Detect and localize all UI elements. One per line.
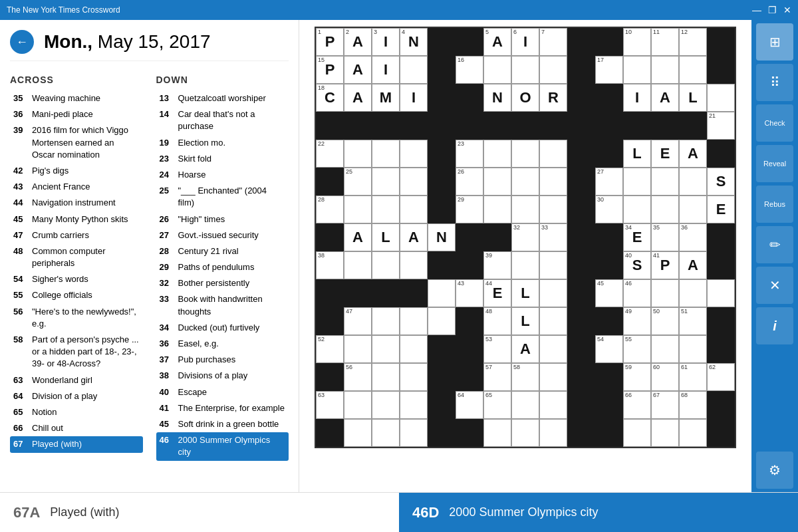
grid-cell[interactable] xyxy=(372,168,400,196)
grid-cell[interactable] xyxy=(372,112,400,140)
grid-cell[interactable] xyxy=(567,84,595,112)
grid-cell[interactable]: 57 xyxy=(483,363,511,391)
grid-cell[interactable]: 67 xyxy=(651,391,679,419)
grid-cell[interactable] xyxy=(595,307,623,335)
grid-cell[interactable]: 16 xyxy=(456,56,483,84)
grid-cell[interactable]: A xyxy=(344,84,372,112)
grid-cell[interactable]: 21 xyxy=(707,112,735,140)
across-clue-36[interactable]: 36Mani-pedi place xyxy=(10,106,143,122)
grid-cell[interactable] xyxy=(623,56,651,84)
grid-cell[interactable] xyxy=(511,391,539,419)
grid-cell[interactable]: E xyxy=(707,196,735,223)
grid-cell[interactable]: 3I xyxy=(372,28,400,56)
grid-cell[interactable] xyxy=(483,140,511,168)
down-clue-45[interactable]: 45Soft drink in a green bottle xyxy=(156,416,289,432)
grid-cell[interactable]: A xyxy=(651,84,679,112)
grid-cell[interactable] xyxy=(316,363,344,391)
grid-cell[interactable] xyxy=(595,223,623,251)
back-button[interactable]: ← xyxy=(10,30,34,54)
grid-cell[interactable] xyxy=(651,335,679,363)
grid-cell[interactable] xyxy=(707,419,735,447)
grid-cell[interactable] xyxy=(623,419,651,447)
crossword-grid[interactable]: 1P2A3I4N5A6I710111215PAI161718CAMINORIAL… xyxy=(315,27,736,448)
grid-cell[interactable] xyxy=(344,391,372,419)
grid-cell[interactable] xyxy=(679,279,707,307)
grid-cell[interactable]: 60 xyxy=(651,363,679,391)
restore-btn[interactable]: ❐ xyxy=(768,5,777,15)
across-clue-67[interactable]: 67Played (with) xyxy=(10,436,143,452)
grid-cell[interactable] xyxy=(428,279,456,307)
grid-cell[interactable] xyxy=(400,168,428,196)
grid-cell[interactable]: 62 xyxy=(707,363,735,391)
grid-cell[interactable] xyxy=(679,419,707,447)
across-clue-55[interactable]: 55College officials xyxy=(10,287,143,303)
grid-cell[interactable]: A xyxy=(344,223,372,251)
grid-cell[interactable]: I xyxy=(372,56,400,84)
grid-cell[interactable] xyxy=(400,112,428,140)
across-clue-65[interactable]: 65Notion xyxy=(10,404,143,420)
grid-cell[interactable] xyxy=(456,112,483,140)
grid-cell[interactable] xyxy=(456,84,483,112)
grid-cell[interactable] xyxy=(428,307,456,335)
grid-cell[interactable]: 18C xyxy=(316,84,344,112)
down-clue-46[interactable]: 462000 Summer Olympics city xyxy=(156,432,289,460)
grid-cell[interactable]: A xyxy=(679,251,707,279)
grid-cell[interactable]: 34E xyxy=(623,223,651,251)
grid-cell[interactable] xyxy=(456,419,483,447)
grid-cell[interactable] xyxy=(567,307,595,335)
grid-cell[interactable] xyxy=(316,419,344,447)
across-clue-48[interactable]: 48Common computer peripherals xyxy=(10,243,143,271)
grid-cell[interactable] xyxy=(400,419,428,447)
pencil-button[interactable]: ✏ xyxy=(756,226,793,263)
grid-cell[interactable] xyxy=(539,363,567,391)
grid-cell[interactable]: 45 xyxy=(595,279,623,307)
grid-cell[interactable]: 35 xyxy=(651,223,679,251)
grid-cell[interactable] xyxy=(483,112,511,140)
grid-cell[interactable] xyxy=(707,251,735,279)
grid-cell[interactable] xyxy=(400,307,428,335)
grid-cell[interactable] xyxy=(344,251,372,279)
grid-cell[interactable]: 65 xyxy=(483,391,511,419)
across-clue-58[interactable]: 58Part of a person's psyche ... or a hid… xyxy=(10,332,143,372)
grid-cell[interactable] xyxy=(567,279,595,307)
grid-cell[interactable]: 68 xyxy=(679,391,707,419)
grid-cell[interactable]: 44E xyxy=(483,279,511,307)
grid-cell[interactable] xyxy=(344,279,372,307)
grid-cell[interactable] xyxy=(679,112,707,140)
grid-cell[interactable] xyxy=(539,279,567,307)
grid-cell[interactable]: 64 xyxy=(456,391,483,419)
grid-cell[interactable] xyxy=(567,196,595,223)
grid-cell[interactable] xyxy=(595,391,623,419)
grid-cell[interactable]: 12 xyxy=(679,28,707,56)
grid-cell[interactable] xyxy=(316,168,344,196)
grid-cell[interactable] xyxy=(539,140,567,168)
grid-cell[interactable] xyxy=(400,56,428,84)
grid-cell[interactable] xyxy=(428,84,456,112)
grid-cell[interactable] xyxy=(539,56,567,84)
grid-cell[interactable]: 23 xyxy=(456,140,483,168)
grid-cell[interactable]: 27 xyxy=(595,168,623,196)
grid-cell[interactable]: 40S xyxy=(623,251,651,279)
grid-cell[interactable] xyxy=(456,251,483,279)
down-clue-28[interactable]: 28Century 21 rival xyxy=(156,243,289,259)
grid-cell[interactable] xyxy=(567,335,595,363)
rebus-button[interactable]: Rebus xyxy=(756,186,793,223)
grid-cell[interactable] xyxy=(567,112,595,140)
grid-cell[interactable] xyxy=(567,419,595,447)
grid-cell[interactable]: 38 xyxy=(316,251,344,279)
grid-cell[interactable]: A xyxy=(400,223,428,251)
grid-cell[interactable] xyxy=(539,196,567,223)
grid-cell[interactable]: 36 xyxy=(679,223,707,251)
grid-cell[interactable] xyxy=(456,307,483,335)
grid-cell[interactable] xyxy=(623,168,651,196)
grid-cell[interactable] xyxy=(372,335,400,363)
grid-cell[interactable] xyxy=(372,196,400,223)
across-clue-63[interactable]: 63Wonderland girl xyxy=(10,372,143,388)
grid-cell[interactable] xyxy=(539,307,567,335)
grid-cell[interactable] xyxy=(595,419,623,447)
grid-view-button[interactable]: ⊞ xyxy=(756,23,793,61)
grid-cell[interactable] xyxy=(372,140,400,168)
grid-cell[interactable]: 7 xyxy=(539,28,567,56)
grid-cell[interactable] xyxy=(372,391,400,419)
grid-cell[interactable] xyxy=(316,223,344,251)
